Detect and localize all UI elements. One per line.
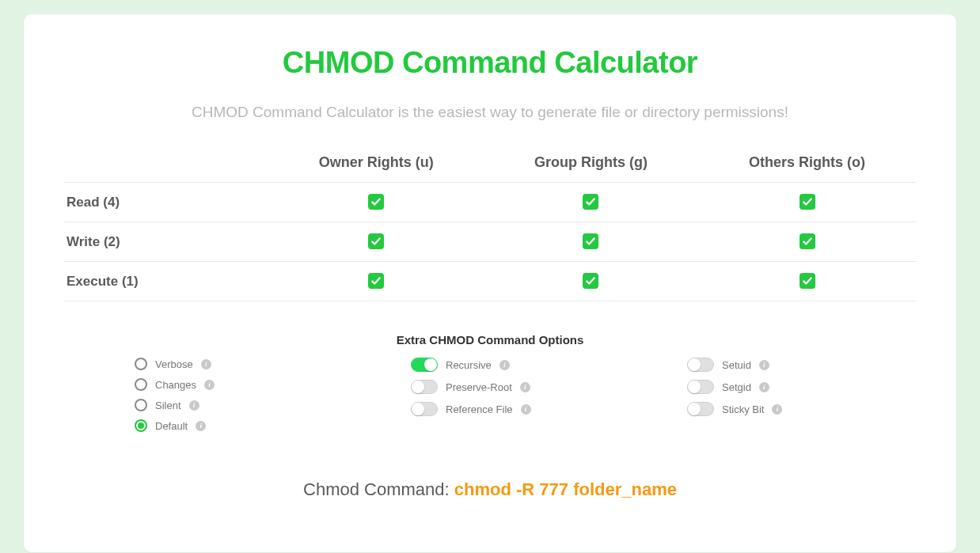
toggle-preserve-root[interactable] [411,380,438,394]
radio-silent[interactable] [135,399,147,411]
info-icon[interactable]: i [499,360,510,370]
result-command: chmod -R 777 folder_name [454,479,677,499]
permission-cell [268,262,484,301]
option-item: Setuidi [687,358,845,372]
col-header-owner: Owner Rights (u) [268,145,484,183]
info-icon[interactable]: i [520,382,530,392]
result-prefix: Chmod Command: [303,479,454,499]
checkbox[interactable] [800,233,815,249]
checkbox[interactable] [368,273,384,289]
checkbox[interactable] [583,194,598,210]
radio-changes[interactable] [135,378,147,391]
row-label: Write (2) [63,222,268,262]
result-line: Chmod Command: chmod -R 777 folder_name [63,479,917,500]
permission-cell [697,262,917,301]
info-icon[interactable]: i [759,360,769,370]
info-icon[interactable]: i [521,404,531,415]
option-label: Default [155,420,188,432]
table-row: Execute (1) [63,262,917,301]
radio-verbose[interactable] [135,358,147,370]
option-item: Recursivei [411,358,569,372]
permission-cell [268,183,484,222]
row-label: Read (4) [63,183,268,222]
toggle-setgid[interactable] [687,380,714,394]
option-item: Reference Filei [411,402,569,416]
row-label: Execute (1) [63,262,268,301]
checkbox[interactable] [368,194,384,210]
options-column-1: VerboseiChangesiSilentiDefaulti [135,358,293,432]
main-card: CHMOD Command Calculator CHMOD Command C… [24,14,956,552]
extra-options-heading: Extra CHMOD Command Options [63,333,917,347]
options-column-2: RecursiveiPreserve-RootiReference Filei [411,358,569,432]
toggle-setuid[interactable] [687,358,714,372]
option-label: Silent [155,400,181,411]
info-icon[interactable]: i [759,382,769,392]
permission-cell [697,183,917,222]
options-column-3: SetuidiSetgidiSticky Biti [687,358,845,432]
checkbox[interactable] [800,273,815,289]
option-item: Preserve-Rooti [411,380,569,394]
toggle-reference-file[interactable] [411,402,438,416]
extra-options-row: VerboseiChangesiSilentiDefaulti Recursiv… [63,358,917,432]
option-item: Silenti [135,399,293,411]
option-label: Recursive [446,359,492,371]
col-header-others: Others Rights (o) [697,145,917,183]
permissions-table: Owner Rights (u) Group Rights (g) Others… [63,145,917,301]
option-item: Changesi [135,378,293,391]
permission-cell [697,222,917,262]
option-item: Verbosei [135,358,293,370]
checkbox[interactable] [583,273,598,289]
info-icon[interactable]: i [189,400,199,411]
page-title: CHMOD Command Calculator [63,46,917,80]
permission-cell [484,222,697,262]
permission-cell [484,262,697,301]
option-label: Preserve-Root [446,381,512,393]
checkbox[interactable] [583,233,598,249]
option-label: Setuid [722,359,751,371]
option-item: Setgidi [687,380,845,394]
table-row: Write (2) [63,222,917,262]
permission-cell [484,183,697,222]
option-item: Defaulti [135,419,293,432]
info-icon[interactable]: i [196,421,206,431]
col-header-group: Group Rights (g) [484,145,697,183]
info-icon[interactable]: i [204,380,215,390]
toggle-sticky-bit[interactable] [687,402,714,416]
table-row: Read (4) [63,183,917,222]
option-label: Reference File [446,403,513,415]
permission-cell [268,222,484,262]
radio-default[interactable] [135,419,147,432]
option-item: Sticky Biti [687,402,845,416]
option-label: Changes [155,379,196,391]
option-label: Sticky Bit [722,403,764,415]
toggle-recursive[interactable] [411,358,438,372]
info-icon[interactable]: i [772,404,782,415]
checkbox[interactable] [368,233,384,249]
page-subtitle: CHMOD Command Calculator is the easiest … [63,104,917,121]
checkbox[interactable] [800,194,815,210]
option-label: Verbose [155,358,193,370]
info-icon[interactable]: i [201,359,211,369]
option-label: Setgid [722,381,751,393]
col-header-blank [63,145,268,183]
